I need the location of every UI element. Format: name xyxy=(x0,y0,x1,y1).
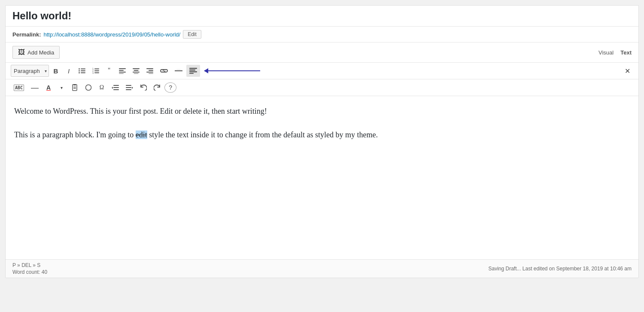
svg-rect-22 xyxy=(146,72,153,73)
editor-container: Permalink: http://localhost:8888/wordpre… xyxy=(5,5,639,278)
svg-point-34 xyxy=(86,85,91,91)
permalink-edit-button[interactable]: Edit xyxy=(183,30,201,39)
insert-more-button[interactable]: - - - xyxy=(172,65,185,77)
add-media-icon: 🖼 xyxy=(18,48,25,56)
word-count: Word count: 40 xyxy=(12,269,47,275)
align-right-button[interactable] xyxy=(143,65,156,77)
svg-rect-28 xyxy=(189,71,197,73)
special-characters-button[interactable]: Ω xyxy=(96,82,108,94)
tab-text[interactable]: Text xyxy=(620,49,632,56)
outdent-button[interactable] xyxy=(109,82,122,94)
svg-rect-20 xyxy=(146,68,153,69)
help-button[interactable]: ? xyxy=(164,82,176,93)
paragraph-select[interactable]: Paragraph Heading 1 Heading 2 Heading 3 xyxy=(11,65,49,77)
kitchen-sink-button[interactable] xyxy=(186,65,200,77)
add-media-button[interactable]: 🖼 Add Media xyxy=(12,46,60,59)
svg-rect-7 xyxy=(94,69,99,70)
svg-rect-30 xyxy=(73,85,77,91)
svg-rect-39 xyxy=(126,87,131,88)
align-center-button[interactable] xyxy=(130,65,143,77)
svg-rect-29 xyxy=(189,73,194,74)
clear-formatting-button[interactable] xyxy=(82,82,95,94)
word-count-value: 40 xyxy=(42,269,47,275)
arrow-indicator xyxy=(204,70,260,71)
svg-rect-5 xyxy=(81,73,85,73)
svg-rect-27 xyxy=(189,70,195,71)
svg-rect-31 xyxy=(73,84,76,85)
paragraph-1: Welcome to WordPress. This is your first… xyxy=(14,105,630,118)
svg-point-0 xyxy=(79,68,80,70)
svg-rect-38 xyxy=(126,85,131,86)
svg-point-4 xyxy=(79,72,80,73)
svg-rect-16 xyxy=(133,68,140,69)
strikethrough-button[interactable]: ABC xyxy=(11,82,27,94)
toolbar-row-1: Paragraph Heading 1 Heading 2 Heading 3 … xyxy=(6,63,638,79)
element-path: P » DEL » S xyxy=(12,262,47,268)
horizontal-rule-button[interactable]: — xyxy=(28,82,42,94)
paste-as-text-button[interactable] xyxy=(68,82,81,94)
svg-rect-36 xyxy=(113,87,119,88)
text-color-dropdown[interactable]: ▾ xyxy=(55,82,67,94)
text-color-button[interactable]: A xyxy=(43,82,55,94)
svg-rect-19 xyxy=(134,73,139,74)
svg-rect-9 xyxy=(94,70,99,71)
svg-rect-33 xyxy=(73,88,76,89)
svg-rect-24 xyxy=(175,70,182,71)
svg-rect-3 xyxy=(81,70,85,71)
save-status: Saving Draft... Last edited on September… xyxy=(488,266,632,272)
strikethrough-icon: ABC xyxy=(14,85,24,91)
svg-text:- - -: - - - xyxy=(177,68,180,70)
svg-rect-35 xyxy=(113,85,119,86)
toolbar-row-2: ABC — A ▾ Ω ? xyxy=(6,79,638,96)
svg-rect-37 xyxy=(113,89,119,90)
permalink-row: Permalink: http://localhost:8888/wordpre… xyxy=(6,27,638,42)
svg-rect-40 xyxy=(126,89,131,90)
svg-rect-23 xyxy=(149,73,153,74)
tab-visual[interactable]: Visual xyxy=(598,49,614,56)
bold-button[interactable]: B xyxy=(50,65,62,77)
redo-button[interactable] xyxy=(151,82,164,94)
post-title-input[interactable] xyxy=(12,10,632,22)
editor-tabs: Visual Text xyxy=(598,49,632,56)
unordered-list-button[interactable] xyxy=(76,65,88,77)
paragraph-2-after: style the text inside it to change it fr… xyxy=(147,130,378,139)
status-bar: P » DEL » S Word count: 40 Saving Draft.… xyxy=(6,259,638,278)
ordered-list-button[interactable]: 1. 2. 3. xyxy=(89,65,102,77)
svg-rect-17 xyxy=(134,70,139,71)
title-row xyxy=(6,6,638,27)
svg-rect-21 xyxy=(149,70,153,71)
paragraph-select-wrap: Paragraph Heading 1 Heading 2 Heading 3 xyxy=(11,65,49,77)
indent-button[interactable] xyxy=(123,82,136,94)
add-media-label: Add Media xyxy=(27,49,54,56)
link-button[interactable] xyxy=(157,65,171,77)
align-left-button[interactable] xyxy=(116,65,129,77)
expand-button[interactable]: ✕ xyxy=(621,65,633,77)
paragraph-2-before: This is a paragraph block. I'm going to xyxy=(14,130,136,139)
svg-rect-1 xyxy=(81,69,85,70)
svg-rect-15 xyxy=(119,73,124,74)
paragraph-2: This is a paragraph block. I'm going to … xyxy=(14,128,630,142)
permalink-link[interactable]: http://localhost:8888/wordpress/2019/09/… xyxy=(43,31,180,38)
blockquote-button[interactable]: " xyxy=(103,65,115,77)
undo-button[interactable] xyxy=(137,82,150,94)
svg-rect-26 xyxy=(189,68,197,69)
svg-rect-32 xyxy=(73,87,76,88)
paragraph-2-highlight: edit xyxy=(136,130,147,139)
svg-text:3.: 3. xyxy=(92,72,94,74)
svg-rect-11 xyxy=(94,73,99,73)
editor-body[interactable]: Welcome to WordPress. This is your first… xyxy=(6,96,638,259)
media-toolbar-row: 🖼 Add Media Visual Text xyxy=(6,42,638,63)
svg-point-2 xyxy=(79,70,80,72)
word-count-label: Word count: xyxy=(12,269,42,275)
status-left: P » DEL » S Word count: 40 xyxy=(12,262,47,275)
italic-button[interactable]: I xyxy=(63,65,75,77)
svg-rect-13 xyxy=(119,70,124,71)
svg-rect-12 xyxy=(119,68,126,69)
svg-rect-18 xyxy=(133,72,140,73)
permalink-label: Permalink: xyxy=(12,31,41,38)
svg-rect-14 xyxy=(119,72,126,73)
